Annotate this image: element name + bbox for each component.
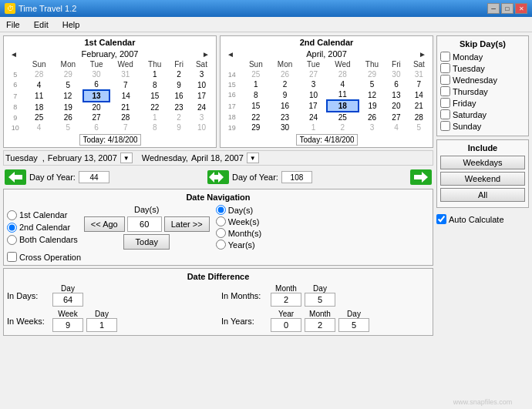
cal1-day[interactable]: 9 — [168, 79, 190, 90]
years-days-diff-input[interactable] — [338, 318, 369, 332]
all-button[interactable]: All — [440, 188, 525, 202]
cal1-day[interactable]: 6 — [83, 79, 109, 90]
cross-op-checkbox[interactable] — [7, 252, 17, 262]
cal2-day[interactable]: 30 — [270, 122, 300, 132]
cal2-day[interactable]: 8 — [242, 89, 270, 100]
doy2-input[interactable] — [281, 171, 312, 183]
cal2-day[interactable]: 19 — [359, 100, 386, 112]
radio-weeks-label[interactable]: Week(s) — [216, 216, 261, 226]
skip-saturday-checkbox[interactable] — [440, 109, 450, 119]
radio-months[interactable] — [216, 228, 226, 238]
radio-both-label[interactable]: Both Calendars — [7, 235, 78, 245]
cal2-date-dropdown[interactable]: ▼ — [247, 153, 259, 163]
cal2-day[interactable]: 25 — [327, 112, 359, 122]
cal1-day[interactable]: 5 — [53, 79, 83, 90]
skip-tuesday-checkbox[interactable] — [440, 63, 450, 73]
cal2-day[interactable]: 25 — [242, 69, 270, 79]
weekend-button[interactable]: Weekend — [440, 172, 525, 186]
skip-monday-checkbox[interactable] — [440, 52, 450, 62]
cal2-day[interactable]: 1 — [300, 122, 327, 132]
skip-wednesday-checkbox[interactable] — [440, 75, 450, 85]
cal2-day[interactable]: 20 — [386, 100, 407, 112]
both-forward-arrow[interactable] — [207, 170, 229, 184]
radio-cal2-label[interactable]: 2nd Calendar — [7, 223, 78, 233]
radio-both[interactable] — [7, 235, 17, 245]
cal1-prev-button[interactable]: ◄ — [8, 50, 19, 59]
cal1-day[interactable]: 28 — [25, 69, 53, 79]
cal2-day[interactable]: 10 — [300, 89, 327, 100]
maximize-button[interactable]: □ — [501, 3, 513, 14]
cal1-date-dropdown[interactable]: ▼ — [120, 153, 133, 163]
skip-friday-checkbox[interactable] — [440, 98, 450, 108]
cal1-day[interactable]: 10 — [190, 79, 214, 90]
days-diff-input[interactable] — [52, 293, 83, 307]
cal2-day[interactable]: 15 — [242, 100, 270, 112]
cal2-day[interactable]: 9 — [270, 89, 300, 100]
years-months-diff-input[interactable] — [305, 318, 335, 332]
cal2-day[interactable]: 6 — [386, 79, 407, 89]
months-days-diff-input[interactable] — [305, 293, 335, 307]
cal2-day[interactable]: 2 — [270, 79, 300, 89]
cal2-day[interactable]: 3 — [359, 122, 386, 132]
cal1-today-input[interactable] — [79, 134, 141, 146]
weekdays-button[interactable]: Weekdays — [440, 156, 525, 169]
cal1-day[interactable]: 17 — [190, 90, 214, 102]
today-button[interactable]: Today — [123, 234, 170, 250]
cal2-day[interactable]: 13 — [386, 89, 407, 100]
radio-days[interactable] — [216, 205, 226, 215]
minimize-button[interactable]: ─ — [487, 3, 500, 14]
cal1-day[interactable]: 28 — [109, 112, 141, 122]
cal2-day[interactable]: 7 — [407, 79, 431, 89]
cal2-day[interactable]: 28 — [327, 69, 359, 79]
cal2-prev-button[interactable]: ◄ — [225, 50, 236, 59]
cal1-day[interactable]: 6 — [83, 122, 109, 132]
cal1-day[interactable]: 27 — [83, 112, 109, 122]
cal1-next-button[interactable]: ► — [200, 50, 211, 59]
cal1-day[interactable]: 8 — [141, 79, 168, 90]
cal2-today-input[interactable] — [296, 134, 358, 146]
cal1-day[interactable]: 9 — [168, 122, 190, 132]
cal2-day[interactable]: 24 — [300, 112, 327, 122]
cal2-day[interactable]: 5 — [359, 79, 386, 89]
cal2-day[interactable]: 27 — [300, 69, 327, 79]
cal1-day[interactable]: 22 — [141, 102, 168, 112]
radio-days-label[interactable]: Day(s) — [216, 205, 261, 215]
cal1-day[interactable]: 4 — [25, 79, 53, 90]
skip-sunday-checkbox[interactable] — [440, 121, 450, 131]
cal1-day[interactable]: 25 — [25, 112, 53, 122]
doy1-input[interactable] — [79, 171, 109, 183]
cal1-day[interactable]: 15 — [141, 90, 168, 102]
cal1-day[interactable]: 23 — [168, 102, 190, 112]
months-diff-input[interactable] — [271, 293, 301, 307]
cal2-day[interactable]: 3 — [300, 79, 327, 89]
cal2-day[interactable]: 29 — [242, 122, 270, 132]
cal2-selected-day[interactable]: 18 — [327, 100, 359, 112]
weeks-days-diff-input[interactable] — [86, 318, 117, 332]
cal1-day[interactable]: 12 — [53, 90, 83, 102]
cal1-day[interactable]: 7 — [109, 122, 141, 132]
cal1-day[interactable]: 3 — [190, 112, 214, 122]
cal1-day[interactable]: 30 — [83, 69, 109, 79]
cal1-day[interactable]: 21 — [109, 102, 141, 112]
cal2-day[interactable]: 16 — [270, 100, 300, 112]
cal1-day[interactable]: 14 — [109, 90, 141, 102]
cal2-day[interactable]: 17 — [300, 100, 327, 112]
ago-button[interactable]: << Ago — [84, 216, 125, 232]
cal2-day[interactable]: 14 — [407, 89, 431, 100]
cal1-day[interactable]: 1 — [141, 69, 168, 79]
cal1-day[interactable]: 11 — [25, 90, 53, 102]
cal2-forward-arrow[interactable] — [410, 169, 432, 185]
close-button[interactable]: ✕ — [515, 3, 527, 14]
menu-edit[interactable]: Edit — [31, 19, 52, 30]
cal2-day[interactable]: 11 — [327, 89, 359, 100]
cal2-day[interactable]: 31 — [407, 69, 431, 79]
cal1-day[interactable]: 1 — [141, 112, 168, 122]
cal2-day[interactable]: 23 — [270, 112, 300, 122]
cal2-day[interactable]: 26 — [359, 112, 386, 122]
cal1-day[interactable]: 31 — [109, 69, 141, 79]
cal2-day[interactable]: 2 — [327, 122, 359, 132]
cal1-day[interactable]: 18 — [25, 102, 53, 112]
cal2-next-button[interactable]: ► — [417, 50, 428, 59]
cal2-day[interactable]: 29 — [359, 69, 386, 79]
radio-cal2[interactable] — [7, 223, 17, 233]
